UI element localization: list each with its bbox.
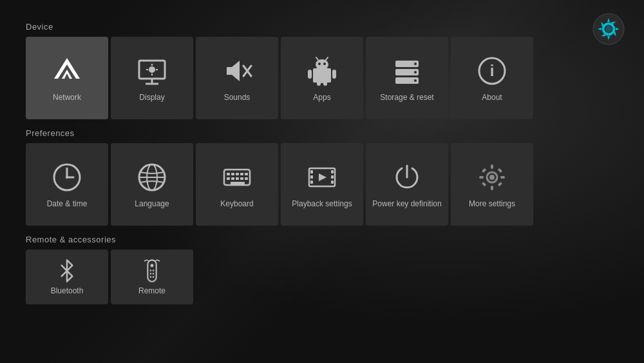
svg-rect-82 <box>153 277 155 279</box>
remote-tiles-row: Bluetooth <box>26 250 618 304</box>
tile-display[interactable]: Display <box>111 37 193 119</box>
svg-rect-60 <box>331 170 334 173</box>
svg-rect-79 <box>150 273 152 275</box>
svg-rect-28 <box>323 81 327 86</box>
svg-rect-70 <box>500 176 505 179</box>
svg-rect-71 <box>482 168 487 173</box>
preferences-section-label: Preferences <box>26 128 618 138</box>
svg-rect-50 <box>227 177 230 180</box>
tile-moresettings[interactable]: More settings <box>451 143 533 226</box>
svg-marker-63 <box>319 173 327 181</box>
remote-label: Remote <box>138 286 166 295</box>
svg-point-66 <box>489 175 495 180</box>
svg-point-22 <box>323 63 326 65</box>
svg-rect-45 <box>227 173 230 175</box>
svg-rect-75 <box>147 260 156 282</box>
tile-keyboard[interactable]: Keyboard <box>196 143 278 226</box>
svg-point-34 <box>414 79 417 82</box>
datetime-label: Date & time <box>47 199 88 208</box>
tile-network[interactable]: Network <box>26 37 108 119</box>
moresettings-label: More settings <box>469 199 515 208</box>
svg-rect-54 <box>245 177 248 180</box>
remote-section-label: Remote & accessories <box>26 235 618 244</box>
svg-rect-80 <box>153 273 155 275</box>
svg-rect-73 <box>482 182 487 187</box>
keyboard-label: Keyboard <box>220 199 253 208</box>
display-icon <box>135 54 169 88</box>
device-tiles-row: Network Displ <box>26 37 618 119</box>
display-label: Display <box>139 93 164 102</box>
settings-gear-button[interactable] <box>592 13 625 45</box>
tile-language[interactable]: Language <box>111 143 193 226</box>
svg-line-24 <box>326 57 328 60</box>
tile-powerkey[interactable]: Power key definition <box>366 143 448 226</box>
language-icon <box>135 161 169 194</box>
bluetooth-icon <box>54 258 80 284</box>
device-section: Device Network <box>26 22 618 119</box>
apps-icon <box>305 54 339 88</box>
about-label: About <box>482 93 502 102</box>
bluetooth-label: Bluetooth <box>51 286 84 295</box>
preferences-tiles-row: Date & time Language <box>26 143 618 226</box>
remote-section: Remote & accessories Bluetooth <box>26 235 618 304</box>
svg-rect-53 <box>240 177 243 180</box>
svg-rect-48 <box>240 173 243 175</box>
svg-rect-72 <box>497 168 502 173</box>
svg-rect-26 <box>332 70 336 79</box>
device-section-label: Device <box>26 22 618 32</box>
svg-rect-67 <box>491 164 493 169</box>
svg-rect-49 <box>245 173 248 175</box>
sounds-label: Sounds <box>224 93 251 102</box>
tile-playback[interactable]: Playback settings <box>281 143 363 226</box>
preferences-section: Preferences Date & time <box>26 128 618 226</box>
svg-rect-61 <box>331 175 334 179</box>
storage-icon <box>390 54 424 88</box>
svg-rect-52 <box>236 177 239 180</box>
tile-datetime[interactable]: Date & time <box>26 143 108 226</box>
keyboard-icon <box>220 161 254 194</box>
tile-storage[interactable]: Storage & reset <box>366 37 448 119</box>
apps-label: Apps <box>313 93 330 102</box>
svg-rect-77 <box>150 270 152 272</box>
powerkey-icon <box>390 161 424 194</box>
svg-rect-25 <box>308 70 312 79</box>
svg-rect-57 <box>310 170 313 173</box>
powerkey-label: Power key definition <box>372 199 441 208</box>
network-icon <box>50 54 84 88</box>
svg-rect-81 <box>150 277 152 279</box>
language-label: Language <box>135 199 169 208</box>
storage-label: Storage & reset <box>380 93 433 102</box>
svg-point-76 <box>151 264 154 267</box>
datetime-icon <box>50 161 84 194</box>
moresettings-icon <box>475 161 509 194</box>
tile-sounds[interactable]: Sounds <box>196 37 278 119</box>
svg-point-20 <box>316 59 328 70</box>
svg-point-11 <box>149 66 155 73</box>
tile-remote[interactable]: Remote <box>111 250 193 304</box>
svg-point-21 <box>318 63 321 65</box>
svg-rect-62 <box>331 181 334 184</box>
svg-line-23 <box>316 57 318 60</box>
svg-rect-47 <box>236 173 239 175</box>
svg-rect-59 <box>310 181 313 184</box>
svg-rect-51 <box>231 177 234 180</box>
svg-rect-78 <box>153 270 155 272</box>
svg-point-40 <box>66 176 68 179</box>
svg-point-32 <box>414 71 417 74</box>
svg-rect-58 <box>310 175 313 179</box>
playback-icon <box>305 161 339 194</box>
svg-rect-46 <box>231 173 234 175</box>
playback-label: Playback settings <box>292 199 352 208</box>
tile-bluetooth[interactable]: Bluetooth <box>26 250 108 304</box>
tile-about[interactable]: i About <box>451 37 533 119</box>
svg-rect-68 <box>491 186 493 190</box>
remote-icon <box>139 258 165 284</box>
tile-apps[interactable]: Apps <box>281 37 363 119</box>
svg-rect-19 <box>313 68 331 83</box>
svg-text:i: i <box>490 62 495 79</box>
main-content: Device Network <box>0 0 644 320</box>
svg-rect-74 <box>497 182 502 187</box>
svg-rect-69 <box>479 176 484 179</box>
network-label: Network <box>53 93 81 102</box>
svg-rect-27 <box>317 81 321 86</box>
